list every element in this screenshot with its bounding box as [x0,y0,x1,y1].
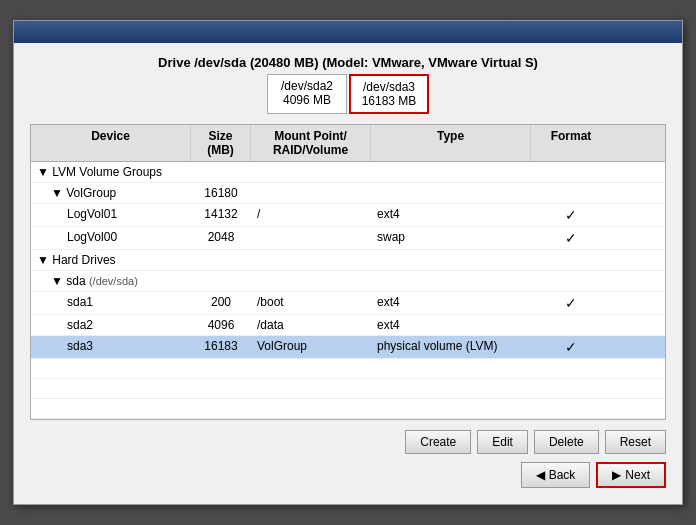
row-sda3-type: physical volume (LVM) [371,336,531,358]
row-sda1-label: sda1 [31,292,191,314]
row-sda1-size: 200 [191,292,251,314]
table-row[interactable]: ▼ VolGroup 16180 [31,183,665,204]
table-row[interactable]: ▼ sda (/dev/sda) [31,271,665,292]
col-device: Device [31,125,191,161]
back-button[interactable]: ◀ Back [521,462,591,488]
row-logvol00-label: LogVol00 [31,227,191,249]
reset-button[interactable]: Reset [605,430,666,454]
row-lvm-groups-label: ▼ LVM Volume Groups [31,162,191,182]
partition-table: Device Size(MB) Mount Point/RAID/Volume … [30,124,666,420]
drive-title: Drive /dev/sda (20480 MB) (Model: VMware… [30,55,666,70]
row-logvol01-mount: / [251,204,371,226]
row-sda2-label: sda2 [31,315,191,335]
partition-sda3-name: /dev/sda3 [359,80,419,94]
table-row[interactable]: sda1 200 /boot ext4 ✓ [31,292,665,315]
row-harddrives-label: ▼ Hard Drives [31,250,191,270]
table-row[interactable]: ▼ LVM Volume Groups [31,162,665,183]
row-sda-label: ▼ sda (/dev/sda) [31,271,191,291]
row-volgroup-size: 16180 [191,183,251,203]
col-type: Type [371,125,531,161]
row-sda2-size: 4096 [191,315,251,335]
row-logvol00-size: 2048 [191,227,251,249]
row-sda1-mount: /boot [251,292,371,314]
edit-button[interactable]: Edit [477,430,528,454]
col-mount: Mount Point/RAID/Volume [251,125,371,161]
arrow-right-icon: ▶ [612,468,621,482]
row-sda1-type: ext4 [371,292,531,314]
delete-button[interactable]: Delete [534,430,599,454]
table-row-empty [31,359,665,379]
row-sda3-size: 16183 [191,336,251,358]
partition-sda2-size: 4096 MB [276,93,338,107]
row-sda1-format: ✓ [531,292,611,314]
drive-info: Drive /dev/sda (20480 MB) (Model: VMware… [30,55,666,114]
row-sda3-format: ✓ [531,336,611,358]
back-label: Back [549,468,576,482]
action-buttons: Create Edit Delete Reset [30,430,666,454]
row-volgroup-label: ▼ VolGroup [31,183,191,203]
row-sda3-mount: VolGroup [251,336,371,358]
table-row-selected[interactable]: sda3 16183 VolGroup physical volume (LVM… [31,336,665,359]
row-logvol00-type: swap [371,227,531,249]
create-button[interactable]: Create [405,430,471,454]
arrow-left-icon: ◀ [536,468,545,482]
nav-buttons: ◀ Back ▶ Next [30,462,666,492]
col-size: Size(MB) [191,125,251,161]
table-row[interactable]: LogVol01 14132 / ext4 ✓ [31,204,665,227]
table-header: Device Size(MB) Mount Point/RAID/Volume … [31,125,665,162]
partition-sda3[interactable]: /dev/sda3 16183 MB [349,74,429,114]
main-window: Drive /dev/sda (20480 MB) (Model: VMware… [13,20,683,505]
row-sda2-type: ext4 [371,315,531,335]
row-logvol00-mount [251,227,371,249]
table-body: ▼ LVM Volume Groups ▼ VolGroup 16180 Lo [31,162,665,419]
partition-sda3-size: 16183 MB [359,94,419,108]
row-logvol00-format: ✓ [531,227,611,249]
next-button[interactable]: ▶ Next [596,462,666,488]
partition-sda2-name: /dev/sda2 [276,79,338,93]
row-logvol01-label: LogVol01 [31,204,191,226]
partition-boxes: /dev/sda2 4096 MB /dev/sda3 16183 MB [30,74,666,114]
col-format: Format [531,125,611,161]
row-logvol01-format: ✓ [531,204,611,226]
next-label: Next [625,468,650,482]
row-logvol01-type: ext4 [371,204,531,226]
title-bar [14,21,682,43]
table-row-empty [31,379,665,399]
table-row[interactable]: LogVol00 2048 swap ✓ [31,227,665,250]
table-row-empty [31,399,665,419]
partition-sda2[interactable]: /dev/sda2 4096 MB [267,74,347,114]
row-sda2-mount: /data [251,315,371,335]
row-logvol01-size: 14132 [191,204,251,226]
table-row[interactable]: sda2 4096 /data ext4 [31,315,665,336]
row-sda3-label: sda3 [31,336,191,358]
table-row[interactable]: ▼ Hard Drives [31,250,665,271]
